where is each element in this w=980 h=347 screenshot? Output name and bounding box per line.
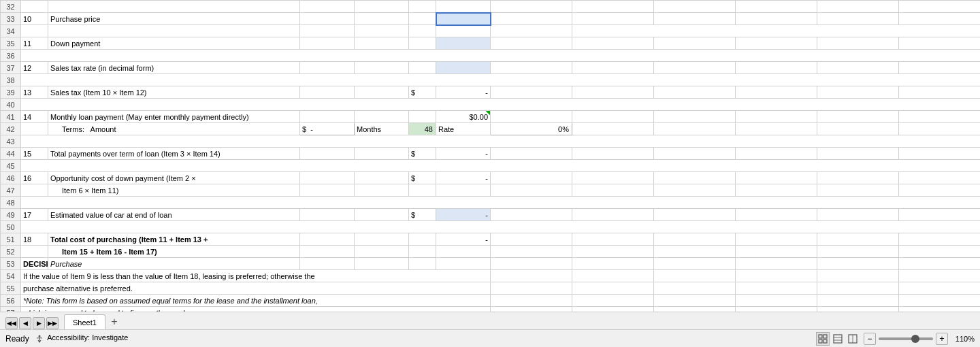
cell-49-j [736, 209, 817, 221]
prev-sheet-button[interactable]: ◀ [19, 317, 31, 329]
cell-34-d [355, 25, 409, 37]
cell-41-i [654, 111, 736, 123]
cell-46-g [491, 172, 572, 184]
cell-35-f[interactable] [436, 37, 491, 50]
row-num-55: 55 [1, 282, 21, 295]
cell-47-c [300, 184, 355, 197]
cell-39-k [817, 86, 899, 99]
cell-52-k [817, 246, 899, 258]
table-row: 52 Item 15 + Item 16 - Item 17) [1, 246, 981, 258]
zoom-slider-thumb[interactable] [911, 335, 919, 343]
row-num-36: 36 [1, 50, 21, 62]
cell-35-h [572, 37, 654, 50]
cell-49-a: 17 [21, 209, 48, 221]
normal-view-button[interactable] [816, 332, 830, 346]
cell-34-a [21, 25, 48, 37]
table-row: 32 [1, 1, 981, 13]
row-num-37: 37 [1, 62, 21, 74]
cell-32-l [899, 1, 981, 13]
cell-44-d [355, 148, 409, 160]
page-break-view-button[interactable] [846, 332, 860, 346]
table-row: 44 15 Total payments over term of loan (… [1, 148, 981, 160]
table-row: 36 [1, 50, 981, 62]
cell-32-f [436, 1, 491, 13]
cell-42-dollar: $ - [300, 123, 355, 135]
cell-55-l [899, 282, 981, 295]
cell-47-h [572, 184, 654, 197]
cell-42-months-value[interactable]: 48 [409, 123, 436, 135]
zoom-in-button[interactable]: + [936, 333, 948, 345]
page-layout-button[interactable] [831, 332, 845, 346]
cell-42-h [654, 123, 736, 135]
cell-54-j [736, 270, 817, 282]
cell-35-g [491, 37, 572, 50]
row-num-54: 54 [1, 270, 21, 282]
row-num-49: 49 [1, 209, 21, 221]
cell-33-g [491, 13, 572, 25]
cell-53-k [817, 258, 899, 270]
table-row: 48 [1, 197, 981, 209]
cell-35-l [899, 37, 981, 50]
table-row: 54 If the value of Item 9 is less than t… [1, 270, 981, 282]
cell-33-f-active[interactable] [436, 13, 491, 25]
cell-34-rest [572, 25, 981, 37]
cell-46-i [654, 172, 736, 184]
cell-53-e [409, 258, 436, 270]
cell-47-i [654, 184, 736, 197]
cell-35-e [409, 37, 436, 50]
cell-55-h [572, 282, 654, 295]
cell-42-j [817, 123, 899, 135]
cell-53-l [899, 258, 981, 270]
cell-49-b: Estimated value of car at end of loan [48, 209, 300, 221]
cell-52-l [899, 246, 981, 258]
cell-34-b [48, 25, 300, 37]
cell-44-j [736, 148, 817, 160]
cell-47-g [491, 184, 572, 197]
cell-37-f[interactable] [436, 62, 491, 74]
cell-47-j [736, 184, 817, 197]
svg-rect-3 [819, 340, 822, 343]
row-num-51: 51 [1, 233, 21, 246]
row-num-39: 39 [1, 86, 21, 99]
cell-41-g [491, 111, 572, 123]
cell-39-l [899, 86, 981, 99]
zoom-slider[interactable] [879, 337, 933, 340]
add-sheet-button[interactable]: + [107, 314, 122, 329]
cell-49-d [355, 209, 409, 221]
status-right: − + 110% [816, 332, 975, 346]
table-row: 55 purchase alternative is preferred. [1, 282, 981, 295]
cell-44-i [654, 148, 736, 160]
first-sheet-button[interactable]: ◀◀ [5, 317, 18, 329]
cell-35-i [654, 37, 736, 50]
cell-46-f: - [436, 172, 491, 184]
cell-46-d [355, 172, 409, 184]
table-row: 53 DECISION Purchase [1, 258, 981, 270]
sheet-tab-sheet1[interactable]: Sheet1 [64, 314, 105, 329]
cell-32-c [300, 1, 355, 13]
next-sheet-button[interactable]: ▶ [33, 317, 45, 329]
cell-37-e [409, 62, 436, 74]
cell-32-g [491, 1, 572, 13]
cell-52-e [409, 246, 436, 258]
cell-49-g [491, 209, 572, 221]
zoom-out-button[interactable]: − [864, 333, 876, 345]
cell-42-b: Terms: Amount [48, 123, 300, 135]
zoom-controls: − + 110% [864, 333, 975, 345]
cell-35-a: 11 [21, 37, 48, 50]
cell-41-l [899, 111, 981, 123]
row-num-41: 41 [1, 111, 21, 123]
cell-49-i [654, 209, 736, 221]
terms-row: 42 Terms: Amount $ - Months 48 Rate 0% [1, 123, 981, 135]
cell-35-j [736, 37, 817, 50]
cell-41-e [409, 111, 436, 123]
cell-42-rate-value[interactable]: 0% [491, 123, 572, 135]
cell-33-j [736, 13, 817, 25]
cell-39-b: Sales tax (Item 10 × Item 12) [48, 86, 300, 99]
cell-55-k [817, 282, 899, 295]
cell-35-b: Down payment [48, 37, 300, 50]
last-sheet-button[interactable]: ▶▶ [46, 317, 59, 329]
cell-51-b: Total cost of purchasing (Item 11 + Item… [48, 233, 300, 246]
table-row: 47 Item 6 × Item 11) [1, 184, 981, 197]
cell-47-a [21, 184, 48, 197]
accessibility-icon: Accessibility: Investigate [35, 333, 129, 343]
